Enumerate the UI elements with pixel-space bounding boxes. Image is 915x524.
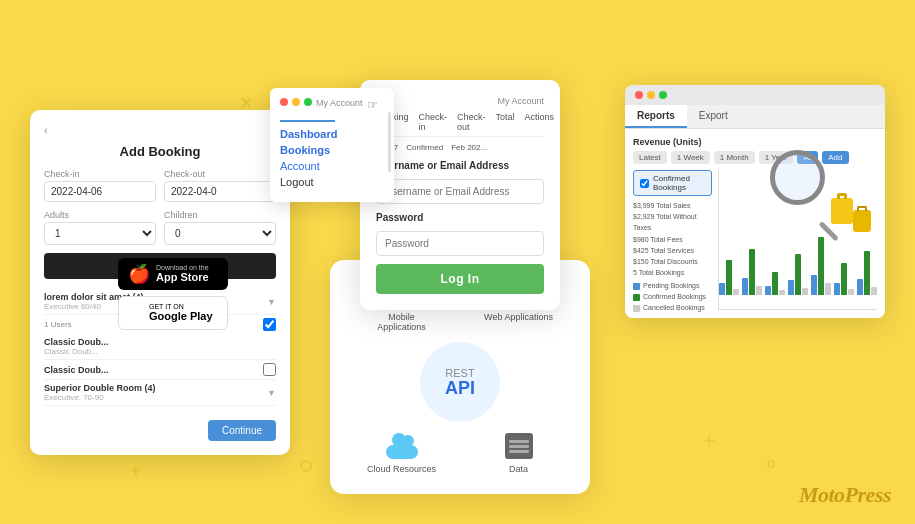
rp-confirmed-label: Confirmed Bookings [653, 174, 705, 192]
dm-my-account: My Account [316, 98, 363, 112]
bw-checkin-checkout-row: Check-in Check-out [44, 169, 276, 202]
rp-filter-1week[interactable]: 1 Week [671, 151, 710, 164]
rp-topbar [625, 85, 885, 105]
bag-yellow2 [853, 210, 871, 232]
dm-bookings[interactable]: Bookings [280, 144, 378, 156]
bar-green-1 [749, 249, 755, 295]
rp-stat-fees: $980 Total Fees [633, 234, 712, 245]
dm-cursor-icon: ☞ [367, 98, 378, 112]
rp-tab-reports[interactable]: Reports [625, 105, 687, 128]
bw-guests-row: Adults 123 Children 012 [44, 210, 276, 245]
bw-children-select[interactable]: 012 [164, 222, 276, 245]
bw-checkin-label: Check-in [44, 169, 156, 179]
dm-scrollindicator [280, 120, 335, 122]
deco-plus1: + [130, 460, 142, 483]
rp-stat-services: $425 Total Services [633, 245, 712, 256]
app-badges: 🍎 Download on the App Store ▶ GET IT ON … [118, 258, 228, 330]
api-data-icon [501, 432, 537, 460]
bar-green-5 [841, 263, 847, 295]
lf-login-button[interactable]: Log In [376, 264, 544, 294]
bar-gray-0 [733, 289, 739, 295]
rp-legend-cancelled: Cancelled Bookings [633, 304, 712, 312]
lf-password-input[interactable] [376, 231, 544, 256]
dropdown-menu: My Account ☞ Dashboard Bookings Account … [270, 88, 394, 202]
rp-stat-discounts: $150 Total Discounts [633, 256, 712, 267]
dm-maximize-dot [304, 98, 312, 106]
appstore-text: Download on the App Store [156, 264, 209, 284]
bw-room-superior: Superior Double Room (4) Executive: 70-9… [44, 380, 276, 406]
lf-row-status: Confirmed [406, 143, 443, 152]
bw-continue-button[interactable]: Continue [208, 420, 276, 441]
deco-circle3 [300, 460, 312, 472]
rp-filter-latest[interactable]: Latest [633, 151, 667, 164]
bar-blue-1 [742, 278, 748, 295]
bar-blue-5 [834, 283, 840, 295]
rp-legend-confirmed-label: Confirmed Bookings [643, 293, 706, 300]
rp-stat-sales: $3,999 Total Sales [633, 200, 712, 211]
rp-tab-export[interactable]: Export [687, 105, 740, 128]
bar-group-5 [834, 263, 854, 295]
magnifier [770, 150, 850, 230]
bar-green-0 [726, 260, 732, 295]
appstore-badge[interactable]: 🍎 Download on the App Store [118, 258, 228, 290]
bar-group-1 [742, 249, 762, 295]
rp-legend-pending: Pending Bookings [633, 282, 712, 290]
lf-my-account-label: My Account [376, 96, 544, 106]
rp-legend: Confirmed Bookings $3,999 Total Sales $2… [633, 170, 712, 310]
lf-username-input[interactable] [376, 179, 544, 204]
bar-gray-2 [779, 290, 785, 295]
rp-maximize-dot [659, 91, 667, 99]
bar-gray-1 [756, 286, 762, 295]
bw-adults-select[interactable]: 123 [44, 222, 156, 245]
api-data-label: Data [509, 464, 528, 474]
bw-filter-checkbox[interactable] [263, 318, 276, 331]
lf-username-label: Username or Email Address [376, 160, 544, 171]
bar-green-3 [795, 254, 801, 295]
lf-password-label: Password [376, 212, 544, 223]
lf-table-row: #1787 Confirmed Feb 202... [376, 143, 544, 152]
rp-legend-pending-dot [633, 283, 640, 290]
bw-adults-label: Adults [44, 210, 156, 220]
api-web-label: Web Applications [484, 312, 553, 322]
rp-filter-1month[interactable]: 1 Month [714, 151, 755, 164]
rp-legend-confirmed-dot [633, 294, 640, 301]
dm-dashboard[interactable]: Dashboard [280, 128, 378, 140]
api-grid-bottom: Cloud Resources Data [350, 432, 570, 474]
google-play-badge[interactable]: ▶ GET IT ON Google Play [118, 296, 228, 330]
bw-checkin-input[interactable] [44, 181, 156, 202]
google-play-main-text: Google Play [149, 310, 213, 323]
lf-table-header: Booking Check-in Check-out Total Actions [376, 112, 544, 137]
appstore-main-text: App Store [156, 271, 209, 284]
bar-green-6 [864, 251, 870, 295]
bw-room-superior-sub: Executive: 70-90 [44, 393, 156, 402]
bar-blue-2 [765, 286, 771, 295]
google-play-text: GET IT ON Google Play [149, 303, 213, 323]
dm-logout[interactable]: Logout [280, 176, 378, 188]
rp-close-dot [635, 91, 643, 99]
rp-legend-cancelled-label: Cancelled Bookings [643, 304, 705, 311]
api-cloud-icon [384, 432, 420, 460]
rp-confirmed-checkbox-row: Confirmed Bookings [633, 170, 712, 196]
bar-gray-4 [825, 283, 831, 295]
rp-minimize-dot [647, 91, 655, 99]
dm-account[interactable]: Account [280, 160, 378, 172]
bw-room-classic1: Classic Doub... Classic Doub... [44, 334, 276, 360]
lf-col-checkin: Check-in [419, 112, 448, 132]
rp-confirmed-checkbox[interactable] [640, 179, 649, 188]
bar-green-2 [772, 272, 778, 295]
deco-circle4 [767, 460, 775, 468]
apple-icon: 🍎 [128, 263, 150, 285]
rp-tabs: Reports Export [625, 105, 885, 129]
lf-col-total: Total [496, 112, 515, 132]
bw-children-label: Children [164, 210, 276, 220]
bw-room-classic1-name: Classic Doub... [44, 337, 109, 347]
bw-room-classic2: Classic Doub... [44, 360, 276, 380]
bar-gray-3 [802, 288, 808, 295]
bw-checkout-input[interactable] [164, 181, 276, 202]
api-item-cloud: Cloud Resources [350, 432, 453, 474]
deco-plus2: + [703, 430, 715, 453]
bw-back[interactable]: ‹ [44, 124, 276, 136]
bw-room-classic2-checkbox[interactable] [263, 363, 276, 376]
bw-checkin-field: Check-in [44, 169, 156, 202]
bar-blue-6 [857, 279, 863, 295]
